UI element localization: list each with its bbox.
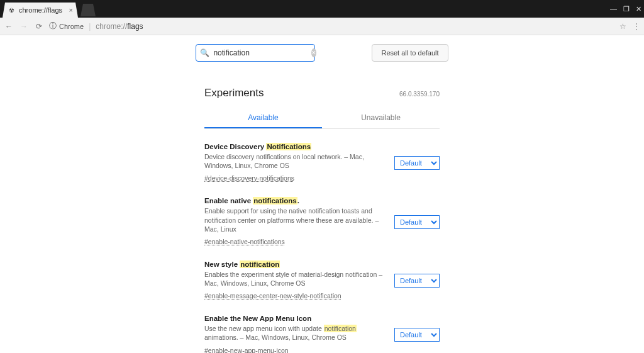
flag-description: Device discovery notifications on local … xyxy=(204,152,384,170)
flag-description: Enables the experiment style of material… xyxy=(204,270,384,288)
flag-title: Device Discovery Notifications xyxy=(204,143,384,150)
flag-anchor-link[interactable]: #device-discovery-notifications xyxy=(204,174,294,182)
maximize-button[interactable]: ❐ xyxy=(623,5,630,13)
address-bar: ← → ⟳ ⓘ Chrome | chrome://flags ☆ ⋮ xyxy=(0,18,644,35)
flag-state-select[interactable]: Default xyxy=(394,156,440,170)
search-icon: 🔍 xyxy=(200,48,209,57)
flag-anchor-link[interactable]: #enable-native-notifications xyxy=(204,238,285,245)
main-content: Experiments 66.0.3359.170 Available Unav… xyxy=(204,87,440,353)
site-info-button[interactable]: ⓘ Chrome xyxy=(49,21,84,31)
flag-row: Enable native notifications.Enable suppo… xyxy=(204,197,440,247)
forward-button[interactable]: → xyxy=(19,22,29,31)
origin-label: Chrome xyxy=(59,23,84,30)
tab-unavailable[interactable]: Unavailable xyxy=(322,107,440,128)
version-label: 66.0.3359.170 xyxy=(399,91,440,98)
flag-description: Use the new app menu icon with update no… xyxy=(204,324,384,342)
flag-title: Enable the New App Menu Icon xyxy=(204,315,384,322)
flag-state-select[interactable]: Default xyxy=(394,274,440,288)
info-icon: ⓘ xyxy=(49,21,57,31)
search-field-wrap: 🔍 ✕ xyxy=(196,44,315,62)
page-title: Experiments xyxy=(204,87,264,99)
flags-list: Device Discovery NotificationsDevice dis… xyxy=(204,143,440,353)
window-titlebar: ☢ chrome://flags × — ❐ ✕ xyxy=(0,0,644,18)
back-button[interactable]: ← xyxy=(4,22,14,31)
flag-description: Enable support for using the native noti… xyxy=(204,206,384,233)
flag-row: Enable the New App Menu IconUse the new … xyxy=(204,315,440,353)
flag-state-select[interactable]: Default xyxy=(394,328,440,342)
flag-anchor-link[interactable]: #enable-new-app-menu-icon xyxy=(204,347,289,353)
window-close-button[interactable]: ✕ xyxy=(636,5,641,13)
tab-close-icon[interactable]: × xyxy=(69,6,73,14)
flag-state-select[interactable]: Default xyxy=(394,215,440,229)
reload-button[interactable]: ⟳ xyxy=(34,22,44,31)
flag-row: Device Discovery NotificationsDevice dis… xyxy=(204,143,440,183)
tab-favicon: ☢ xyxy=(8,6,15,14)
flag-anchor-link[interactable]: #enable-message-center-new-style-notific… xyxy=(204,292,341,300)
page-viewport: 🔍 ✕ Reset all to default Experiments 66.… xyxy=(0,35,644,353)
minimize-button[interactable]: — xyxy=(610,5,617,13)
flag-title: Enable native notifications. xyxy=(204,197,384,205)
reset-all-button[interactable]: Reset all to default xyxy=(372,44,448,62)
bookmark-star-icon[interactable]: ☆ xyxy=(619,22,626,31)
clear-search-icon[interactable]: ✕ xyxy=(311,48,316,57)
tab-title: chrome://flags xyxy=(19,6,62,14)
tab-available[interactable]: Available xyxy=(204,107,322,128)
url-display[interactable]: chrome://flags xyxy=(96,22,143,31)
browser-tab[interactable]: ☢ chrome://flags × xyxy=(3,3,78,18)
new-tab-button[interactable] xyxy=(80,4,96,16)
search-input[interactable] xyxy=(213,48,308,57)
chrome-menu-icon[interactable]: ⋮ xyxy=(633,22,640,31)
flag-title: New style notification xyxy=(204,261,384,268)
flag-row: New style notificationEnables the experi… xyxy=(204,261,440,301)
flags-topbar: 🔍 ✕ Reset all to default xyxy=(0,35,644,70)
flags-tabs: Available Unavailable xyxy=(204,107,440,129)
